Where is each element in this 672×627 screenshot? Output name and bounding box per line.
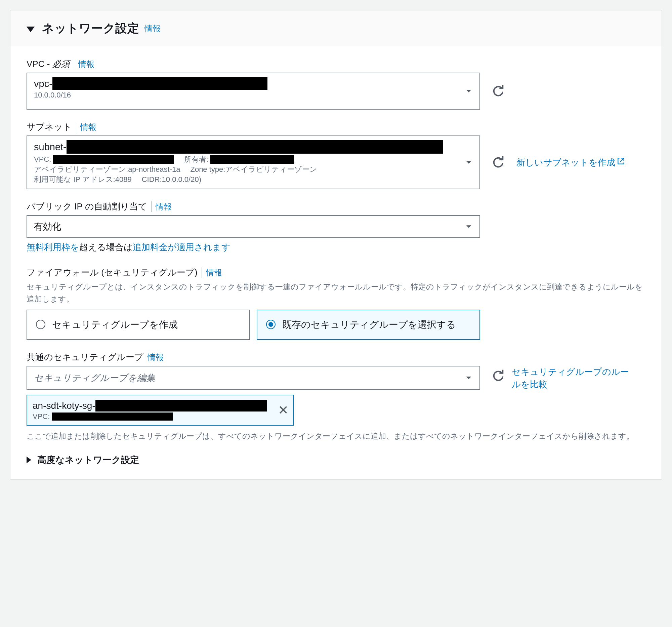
panel-title: ネットワーク設定: [42, 21, 139, 36]
subnet-value-prefix: subnet-: [34, 142, 67, 153]
free-tier-link[interactable]: 無料利用枠を: [27, 242, 79, 252]
radio-create-sg-label: セキュリティグループを作成: [52, 318, 178, 332]
sg-placeholder: セキュリティグループを編集: [34, 373, 155, 383]
subnet-cidr-label: CIDR:: [142, 175, 162, 184]
common-sg-label: 共通のセキュリティグループ: [27, 351, 143, 363]
vpc-value-prefix: vpc-: [34, 78, 52, 89]
chevron-down-icon: [458, 216, 479, 237]
vpc-refresh-button[interactable]: [490, 83, 506, 99]
sg-token-name-redacted: [95, 400, 267, 412]
advanced-label: 高度なネットワーク設定: [37, 454, 139, 466]
vpc-select[interactable]: vpc- 10.0.0.0/16: [27, 73, 480, 110]
advanced-network-settings-toggle[interactable]: 高度なネットワーク設定: [27, 454, 645, 466]
chevron-down-icon: [458, 73, 479, 109]
vpc-info-link[interactable]: 情報: [74, 59, 94, 70]
subnet-vpc-redacted: [53, 155, 174, 164]
sg-refresh-button[interactable]: [490, 368, 506, 384]
public-ip-field: パブリック IP の自動割り当て 情報 有効化 無料利用枠を超える場合は追加料金…: [27, 201, 645, 253]
subnet-refresh-button[interactable]: [490, 154, 506, 170]
subnet-label: サブネット: [27, 121, 72, 133]
sg-multiselect[interactable]: セキュリティグループを編集: [27, 366, 480, 390]
subnet-zone-type-value: アベイラビリティーゾーン: [225, 164, 317, 175]
panel-header[interactable]: ネットワーク設定 情報: [10, 10, 662, 46]
radio-select-existing-sg-label: 既存のセキュリティグループを選択する: [282, 318, 456, 332]
additional-charges-link[interactable]: 追加料金が適用されます: [133, 242, 231, 252]
subnet-az-value: ap-northeast-1a: [128, 165, 180, 174]
sg-token: an-sdt-koty-sg- VPC: ✕: [27, 395, 294, 426]
sg-token-remove-button[interactable]: ✕: [273, 395, 293, 425]
sg-token-vpc-redacted: [52, 413, 173, 421]
subnet-zone-type-label: Zone type:: [190, 165, 225, 174]
subnet-az-label: アベイラビリティーゾーン:: [34, 164, 128, 175]
chevron-down-icon: [458, 367, 479, 389]
header-info-link[interactable]: 情報: [144, 23, 161, 34]
subnet-select[interactable]: subnet- VPC: 所有者:: [27, 136, 480, 189]
public-ip-value: 有効化: [34, 222, 61, 232]
subnet-vpc-label: VPC:: [34, 155, 51, 164]
compare-sg-rules-link[interactable]: セキュリティグループのルールを比較: [512, 366, 633, 390]
radio-select-existing-sg[interactable]: 既存のセキュリティグループを選択する: [257, 310, 480, 340]
radio-create-sg[interactable]: セキュリティグループを作成: [27, 310, 250, 340]
subnet-info-link[interactable]: 情報: [76, 122, 96, 133]
subnet-id-redacted: [67, 140, 443, 154]
subnet-field: サブネット 情報 subnet- VPC:: [27, 121, 645, 189]
subnet-owner-redacted: [210, 155, 294, 164]
public-ip-label: パブリック IP の自動割り当て: [27, 201, 147, 212]
vpc-cidr: 10.0.0.0/16: [34, 91, 71, 99]
create-subnet-link[interactable]: 新しいサブネットを作成: [517, 156, 625, 168]
caret-right-icon: [27, 457, 31, 463]
common-sg-field: 共通のセキュリティグループ 情報 セキュリティグループを編集: [27, 351, 645, 442]
vpc-field: VPC - 必須 情報 vpc- 10.0.0.0/16: [27, 58, 645, 110]
close-icon: ✕: [278, 403, 289, 418]
sg-footer-note: ここで追加または削除したセキュリティグループは、すべてのネットワークインターフェ…: [27, 430, 645, 442]
sg-token-vpc-label: VPC:: [32, 412, 50, 421]
vpc-id-redacted: [52, 77, 267, 90]
chevron-down-icon: [458, 136, 479, 189]
radio-unselected-icon: [36, 320, 45, 329]
caret-down-icon: [27, 27, 34, 32]
firewall-info-link[interactable]: 情報: [201, 267, 222, 278]
subnet-ip-value: 4089: [115, 175, 132, 184]
firewall-field: ファイアウォール (セキュリティグループ) 情報 セキュリティグループとは、イン…: [27, 266, 645, 340]
vpc-label: VPC - 必須: [27, 58, 70, 70]
subnet-ip-label: 利用可能な IP アドレス:: [34, 175, 115, 185]
sg-token-name: an-sdt-koty-sg-: [32, 400, 95, 411]
firewall-label: ファイアウォール (セキュリティグループ): [27, 266, 197, 278]
public-ip-info-link[interactable]: 情報: [151, 201, 172, 212]
radio-selected-icon: [266, 320, 275, 329]
network-settings-panel: ネットワーク設定 情報 VPC - 必須 情報 vpc-: [10, 10, 662, 480]
subnet-owner-label: 所有者:: [184, 154, 208, 164]
free-tier-note: 超える場合は: [79, 242, 133, 252]
public-ip-select[interactable]: 有効化: [27, 215, 480, 238]
external-link-icon: [617, 156, 625, 168]
common-sg-info-link[interactable]: 情報: [147, 352, 164, 363]
firewall-description: セキュリティグループとは、インスタンスのトラフィックを制御する一連のファイアウォ…: [27, 281, 645, 305]
subnet-cidr-value: 10.0.0.0/20): [162, 175, 201, 184]
